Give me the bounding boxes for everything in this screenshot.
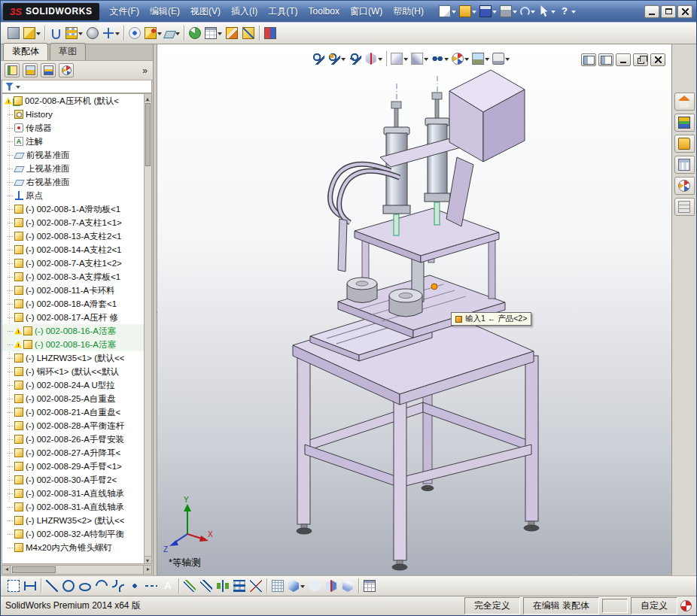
tree-item[interactable]: 右视基准面 — [2, 175, 144, 189]
menu-help[interactable]: 帮助(H) — [388, 2, 429, 21]
status-custom[interactable]: 自定义 — [631, 597, 677, 614]
scroll-down-icon[interactable] — [145, 556, 151, 563]
exploded-view-button[interactable] — [224, 23, 240, 43]
tab-sketch[interactable]: 草图 — [50, 43, 86, 60]
filter-dropdown-icon[interactable] — [16, 86, 20, 91]
tree-item[interactable]: (-) 002-008-13-A支柱2<1 — [2, 229, 144, 243]
tree-item[interactable]: (-) 002-008-31-A直线轴承 — [2, 487, 144, 500]
menu-window[interactable]: 窗口(W) — [345, 2, 388, 21]
zoom-fit-button[interactable] — [310, 50, 327, 68]
smart-fasteners-button[interactable] — [84, 23, 101, 43]
tree-item[interactable]: (-) 002-008-11-A卡环料 — [2, 284, 144, 297]
tree-item[interactable]: (-) 002-008-27-A升降耳< — [2, 446, 144, 460]
menu-toolbox[interactable]: Toolbox — [303, 3, 345, 20]
tree-item[interactable]: (-) 铜环<1> (默认<<默认 — [2, 365, 144, 378]
tree-item[interactable]: (-) 002-008-25-A自重盘 — [2, 392, 144, 405]
propertymanager-tab[interactable] — [23, 63, 38, 77]
tree-item[interactable]: (-) 002-008-29-A手臂<1> — [2, 460, 144, 473]
previous-view-button[interactable] — [347, 50, 364, 68]
tree-item[interactable]: (-) 002-008-28-A平衡连杆 — [2, 419, 144, 432]
reference-geometry-button[interactable] — [163, 23, 181, 43]
linear-sketch-pattern-button[interactable] — [231, 576, 248, 596]
display-style-button[interactable] — [409, 50, 430, 68]
zoom-area-button[interactable] — [327, 50, 347, 68]
apply-scene-button[interactable] — [470, 50, 491, 68]
edit-appearance-button[interactable] — [450, 50, 470, 68]
save-button[interactable] — [478, 2, 498, 20]
new-button[interactable] — [437, 2, 458, 20]
horizontal-scrollbar[interactable] — [2, 565, 152, 575]
tree-item[interactable]: (-) LHZRW35<1> (默认<< — [2, 351, 144, 365]
hide-show-items-button[interactable] — [430, 50, 450, 68]
tree-item[interactable]: (-) 002-008-32-A特制平衡 — [2, 527, 144, 541]
bill-of-materials-button[interactable] — [203, 23, 224, 43]
doc-close-button[interactable] — [650, 53, 665, 66]
assembly-features-button[interactable] — [143, 23, 163, 43]
text-button[interactable] — [160, 576, 176, 596]
tree-item[interactable]: (-) 002-008-21-A自重盘< — [2, 405, 144, 419]
tree-item[interactable]: (-) 002-008-16-A活塞 — [2, 324, 144, 338]
view-palette-button[interactable] — [674, 156, 695, 174]
appearances-scenes-button[interactable] — [674, 177, 695, 195]
tab-assembly[interactable]: 装配体 — [3, 43, 48, 60]
undo-button[interactable] — [519, 2, 537, 20]
design-library-button[interactable] — [674, 114, 695, 132]
pane-left-button[interactable] — [581, 53, 596, 66]
grid-snap-button[interactable] — [269, 576, 286, 596]
view-orientation-button[interactable] — [389, 50, 409, 68]
filter-icon[interactable] — [5, 83, 14, 91]
scroll-left-icon[interactable] — [2, 566, 11, 574]
point-button[interactable] — [126, 576, 143, 596]
edit-component-button[interactable] — [5, 23, 22, 43]
sketch-button[interactable] — [5, 576, 22, 596]
solidworks-resources-button[interactable] — [674, 93, 695, 111]
menu-view[interactable]: 视图(V) — [185, 2, 226, 21]
mate-button[interactable] — [47, 23, 64, 43]
explode-line-sketch-button[interactable] — [240, 23, 257, 43]
move-component-button[interactable] — [101, 23, 121, 43]
featuremanager-tree-tab[interactable] — [5, 63, 20, 77]
circle-button[interactable] — [60, 576, 77, 596]
tree-item[interactable]: (-) LHZRW35<2> (默认<< — [2, 514, 144, 527]
tree-item[interactable]: (-) 002-008-14-A支柱2<1 — [2, 243, 144, 256]
maximize-button[interactable] — [661, 5, 676, 18]
view-settings-button[interactable] — [491, 50, 511, 68]
tree-scrollbar[interactable] — [144, 94, 151, 563]
centerline-button[interactable] — [143, 576, 160, 596]
hscrollbar-thumb[interactable] — [12, 566, 56, 573]
select-button[interactable] — [537, 2, 557, 20]
tree-item[interactable]: (-) 002-008-18-A滑套<1 — [2, 297, 144, 311]
displaymanager-tab[interactable] — [59, 63, 74, 77]
offset-entities-button[interactable] — [198, 576, 215, 596]
open-button[interactable] — [458, 2, 478, 20]
pane-right-button[interactable] — [598, 53, 613, 66]
tree-item[interactable]: History — [2, 108, 144, 121]
tree-item[interactable]: (-) 002-008-7-A支柱1<1> — [2, 216, 144, 229]
ellipse-button[interactable] — [77, 576, 93, 596]
convert-entities-button[interactable] — [181, 576, 198, 596]
line-button[interactable] — [44, 576, 60, 596]
tree-item[interactable]: 002-008-A压环机 (默认< — [2, 94, 144, 108]
scrollbar-thumb[interactable] — [145, 103, 151, 166]
smart-dimension-button[interactable] — [22, 576, 38, 596]
tree-item[interactable]: (-) 002-008-31-A直线轴承 — [2, 500, 144, 514]
show-hidden-components-button[interactable] — [126, 23, 143, 43]
arc-button[interactable] — [93, 576, 110, 596]
help-button[interactable] — [557, 2, 577, 20]
panel-overflow-chevron[interactable]: » — [142, 65, 149, 76]
file-explorer-button[interactable] — [674, 135, 695, 153]
menu-edit[interactable]: 编辑(E) — [145, 2, 185, 21]
tree-item[interactable]: (-) 002-008-17-A压杆 修 — [2, 311, 144, 324]
model-3d[interactable] — [157, 44, 671, 575]
tree-item[interactable]: (-) 002-008-1-A滑动板<1 — [2, 202, 144, 216]
menu-tools[interactable]: 工具(T) — [263, 2, 303, 21]
linear-component-pattern-button[interactable] — [64, 23, 84, 43]
tree-item[interactable]: (-) 002-008-30-A手臂2< — [2, 473, 144, 487]
tree-item[interactable]: 前视基准面 — [2, 148, 144, 162]
reference-callout[interactable]: 输入1 ← 产品<2> — [451, 312, 531, 326]
trim-entities-button[interactable] — [248, 576, 264, 596]
wireframe-view-button[interactable] — [306, 576, 323, 596]
tree-item[interactable]: 传感器 — [2, 121, 144, 135]
mirror-entities-button[interactable] — [215, 576, 231, 596]
tree-item[interactable]: 上视基准面 — [2, 162, 144, 175]
